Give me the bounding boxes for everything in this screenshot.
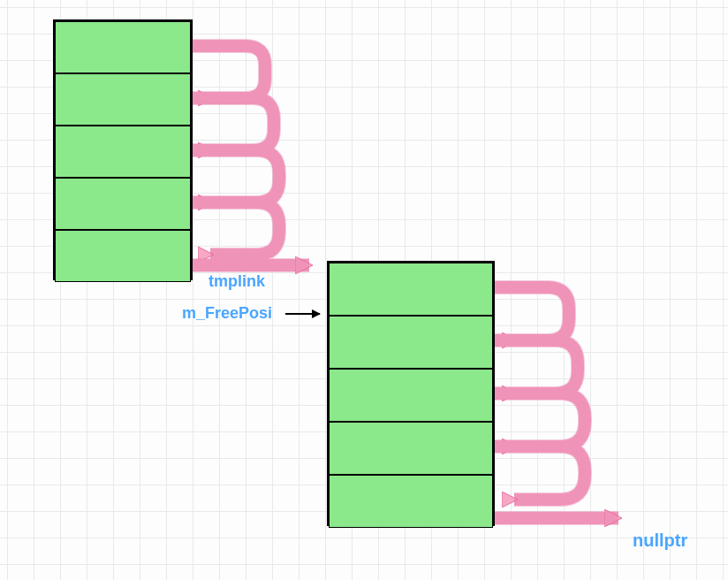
top-cell-3 <box>55 178 191 230</box>
bottom-u-0 <box>495 287 569 340</box>
bottom-cell-4 <box>329 475 493 528</box>
top-cell-2 <box>55 126 191 178</box>
top-u-2 <box>193 150 279 202</box>
top-cell-0 <box>55 21 191 73</box>
label-nullptr: nullptr <box>633 530 687 551</box>
top-cell-4 <box>55 230 191 282</box>
bottom-cell-1 <box>329 316 493 369</box>
bottom-cell-0 <box>329 263 493 316</box>
top-u-3 <box>193 202 279 255</box>
bottom-u-1 <box>495 340 578 393</box>
bottom-u-3 <box>495 446 585 500</box>
bottom-u-2 <box>495 393 585 446</box>
top-cell-1 <box>55 73 191 126</box>
diagram-canvas: tmplink m_FreePosi nullptr <box>0 0 728 580</box>
label-tmplink: tmplink <box>209 272 265 291</box>
top-u-1 <box>193 98 274 150</box>
bottom-cell-2 <box>329 369 493 422</box>
top-u-0 <box>193 46 265 98</box>
top-block <box>53 19 193 280</box>
bottom-block <box>327 261 495 526</box>
bottom-cell-3 <box>329 422 493 475</box>
label-m-freeposi: m_FreePosi <box>182 304 272 323</box>
